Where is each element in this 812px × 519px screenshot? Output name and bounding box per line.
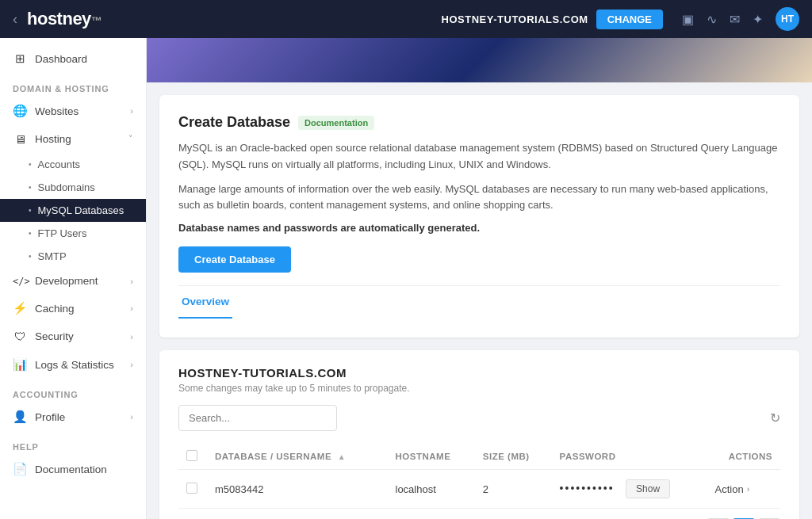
sidebar-sub-subdomains[interactable]: Subdomains: [0, 176, 146, 199]
documentation-badge[interactable]: Documentation: [298, 116, 374, 130]
sidebar: ⊞ Dashboard DOMAIN & HOSTING 🌐 Websites …: [0, 38, 147, 519]
sidebar-item-label: Websites: [35, 105, 79, 117]
sub-item-label: SMTP: [38, 250, 67, 262]
avatar[interactable]: HT: [776, 7, 799, 31]
sidebar-item-logs[interactable]: 📊 Logs & Statistics ›: [0, 350, 146, 379]
sidebar-item-security[interactable]: 🛡 Security ›: [0, 322, 146, 350]
col-size: SIZE (MB): [475, 444, 552, 470]
action-chevron-icon: ›: [747, 484, 750, 494]
col-hostname: HOSTNAME: [388, 444, 475, 470]
sort-icon[interactable]: ▲: [338, 452, 346, 461]
caching-icon: ⚡: [13, 301, 27, 315]
sub-item-label: MySQL Databases: [38, 204, 124, 216]
dashboard-icon: ⊞: [13, 52, 27, 66]
sidebar-item-label: Logs & Statistics: [35, 359, 114, 371]
sidebar-item-hosting[interactable]: 🖥 Hosting ˅: [0, 125, 146, 153]
search-input[interactable]: [178, 405, 337, 431]
overview-domain-title: HOSTNEY-TUTORIALS.COM: [178, 366, 780, 380]
desc-text-2: Manage large amounts of information over…: [178, 181, 780, 215]
topnav-icons: ▣ ∿ ✉ ✦ HT: [682, 7, 799, 31]
password-dots: ••••••••••: [560, 482, 615, 494]
col-checkbox: [178, 444, 207, 470]
profile-icon: 👤: [13, 410, 27, 424]
settings-icon[interactable]: ✦: [753, 12, 763, 27]
hosting-icon: 🖥: [13, 132, 27, 146]
tab-overview[interactable]: Overview: [178, 286, 232, 319]
create-db-header: Create Database Documentation: [178, 114, 780, 131]
sidebar-item-label: Hosting: [35, 133, 71, 145]
col-db-username: DATABASE / USERNAME ▲: [207, 444, 388, 470]
row-checkbox-cell: [178, 470, 207, 509]
sidebar-sub-ftp[interactable]: FTP Users: [0, 222, 146, 245]
logo: hostney™: [27, 9, 102, 29]
sidebar-item-label: Documentation: [35, 464, 107, 475]
sidebar-item-profile[interactable]: 👤 Profile ›: [0, 403, 146, 431]
highlight-text: Database names and passwords are automat…: [178, 222, 780, 234]
change-domain-button[interactable]: CHANGE: [596, 10, 663, 29]
topnav: ‹ hostney™ HOSTNEY-TUTORIALS.COM CHANGE …: [0, 0, 812, 38]
logs-icon: 📊: [13, 357, 27, 372]
sidebar-item-caching[interactable]: ⚡ Caching ›: [0, 294, 146, 322]
sidebar-item-label: Dashboard: [35, 53, 87, 65]
sidebar-item-label: Security: [35, 330, 74, 342]
sidebar-item-label: Caching: [35, 303, 75, 315]
desc-text-1: MySQL is an Oracle-backed open source re…: [178, 140, 780, 174]
search-row: ↻: [178, 405, 780, 431]
action-link[interactable]: Action ›: [715, 483, 772, 495]
chevron-right-icon: ›: [130, 360, 133, 369]
database-table: DATABASE / USERNAME ▲ HOSTNAME SIZE (MB)…: [178, 444, 780, 509]
back-button[interactable]: ‹: [13, 11, 17, 28]
development-icon: </>: [13, 276, 27, 287]
sidebar-section-domain: DOMAIN & HOSTING: [0, 73, 146, 97]
header-checkbox[interactable]: [186, 450, 197, 461]
create-db-title: Create Database: [178, 114, 290, 131]
tab-bar: Overview: [178, 285, 780, 319]
activity-icon[interactable]: ∿: [707, 12, 717, 27]
row-checkbox[interactable]: [186, 483, 197, 494]
pagination-row: 10 ▾ Showing 1 to 1 of 1 records ‹ 1 ›: [178, 509, 780, 519]
sub-item-label: Accounts: [38, 158, 80, 170]
sidebar-section-help: HELP: [0, 431, 146, 455]
sidebar-item-development[interactable]: </> Development ›: [0, 268, 146, 294]
sidebar-sub-accounts[interactable]: Accounts: [0, 153, 146, 176]
overview-subtitle: Some changes may take up to 5 minutes to…: [178, 383, 780, 394]
refresh-button[interactable]: ↻: [770, 410, 780, 426]
chevron-down-icon: ˅: [128, 134, 133, 144]
overview-card: HOSTNEY-TUTORIALS.COM Some changes may t…: [159, 350, 799, 519]
sidebar-item-label: Profile: [35, 411, 65, 423]
sub-item-label: FTP Users: [38, 227, 87, 239]
row-hostname: localhost: [388, 470, 475, 509]
create-database-button[interactable]: Create Database: [178, 246, 291, 273]
security-icon: 🛡: [13, 330, 27, 343]
sidebar-sub-mysql[interactable]: MySQL Databases: [0, 199, 146, 222]
sidebar-sub-smtp[interactable]: SMTP: [0, 245, 146, 268]
chevron-right-icon: ›: [130, 303, 133, 313]
mail-icon[interactable]: ✉: [730, 12, 740, 27]
sidebar-item-documentation[interactable]: 📄 Documentation: [0, 455, 146, 483]
domain-label: HOSTNEY-TUTORIALS.COM: [442, 13, 588, 25]
row-action: Action ›: [707, 470, 780, 509]
show-password-button[interactable]: Show: [626, 479, 670, 498]
chevron-right-icon: ›: [130, 277, 133, 286]
documentation-icon: 📄: [13, 462, 27, 476]
sidebar-item-label: Development: [35, 275, 98, 287]
sidebar-item-websites[interactable]: 🌐 Websites ›: [0, 97, 146, 125]
chevron-right-icon: ›: [130, 106, 133, 116]
col-password: PASSWORD: [552, 444, 707, 470]
row-db-username: m5083442: [207, 470, 388, 509]
table-row: m5083442 localhost 2 •••••••••• Show Act…: [178, 470, 780, 509]
websites-icon: 🌐: [13, 104, 27, 118]
chevron-right-icon: ›: [130, 412, 133, 422]
create-database-card: Create Database Documentation MySQL is a…: [159, 95, 799, 338]
sub-item-label: Subdomains: [38, 181, 95, 193]
main-content: Create Database Documentation MySQL is a…: [147, 38, 812, 519]
col-actions: ACTIONS: [707, 444, 780, 470]
row-size: 2: [475, 470, 552, 509]
row-password: •••••••••• Show: [552, 470, 707, 509]
chevron-right-icon: ›: [130, 332, 133, 342]
banner-image: [147, 38, 812, 82]
sidebar-section-accounting: ACCOUNTING: [0, 379, 146, 403]
notes-icon[interactable]: ▣: [682, 12, 694, 27]
sidebar-item-dashboard[interactable]: ⊞ Dashboard: [0, 44, 146, 73]
